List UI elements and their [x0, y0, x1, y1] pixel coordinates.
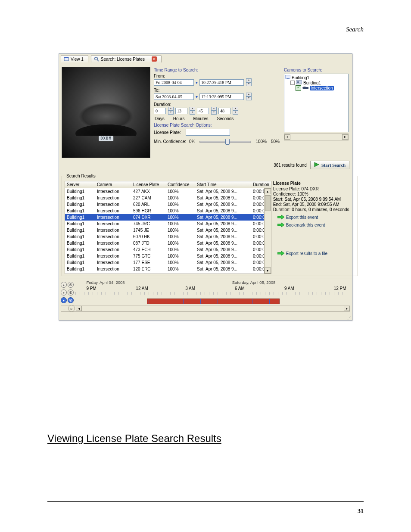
- export-results-link[interactable]: Export results to a file: [277, 251, 355, 256]
- export-event-link[interactable]: Export this event: [277, 215, 355, 220]
- cell-server: Building1: [65, 272, 95, 274]
- seconds-spinner[interactable]: ▴▾: [233, 107, 238, 115]
- timeline-btn-b[interactable]: ⦿: [68, 282, 74, 288]
- details-panel: License Plate License Plate: 074 DXR Con…: [273, 181, 355, 274]
- svg-marker-12: [277, 215, 284, 219]
- cell-plate: 227 CAM: [131, 195, 166, 201]
- table-row[interactable]: Building1Intersection6070 HK100%Sat, Apr…: [65, 233, 271, 240]
- minutes-spinner[interactable]: ▴▾: [211, 107, 217, 115]
- details-dur: Duration: 0 hours, 0 minutes, 0 seconds: [273, 207, 355, 212]
- start-search-button[interactable]: Start Search: [310, 161, 349, 169]
- table-row[interactable]: Building1Intersection473 ECH100%Sat, Apr…: [65, 246, 271, 253]
- hours-input[interactable]: 13: [175, 108, 187, 114]
- cell-start: Sat, Apr 05, 2008 9...: [195, 253, 251, 259]
- table-row[interactable]: Building1Intersection074 DXR100%Sat, Apr…: [65, 214, 271, 221]
- camera-tree-hscroll[interactable]: ◂ ▸: [284, 134, 349, 140]
- timeline-btn-f[interactable]: ⦿: [68, 297, 74, 303]
- table-row[interactable]: Building1Intersection745 JRC100%Sat, Apr…: [65, 221, 271, 227]
- cell-start: Sat, Apr 05, 2008 9...: [195, 195, 251, 201]
- minconf-slider[interactable]: [199, 138, 251, 144]
- svg-rect-10: [306, 87, 308, 89]
- tree-root[interactable]: Building1: [285, 75, 347, 80]
- tl-h1: 9 PM: [87, 286, 97, 291]
- col-server[interactable]: Server: [65, 181, 95, 188]
- table-row[interactable]: Building1Intersection087 JTD100%Sat, Apr…: [65, 240, 271, 246]
- to-time-spinner[interactable]: ▴▾: [246, 93, 252, 100]
- minutes-input[interactable]: 45: [197, 108, 209, 114]
- table-row[interactable]: Building1Intersection227 CAM100%Sat, Apr…: [65, 195, 271, 201]
- tree-site-label: Building1: [303, 81, 321, 85]
- to-date-input[interactable]: Sat 2008-04-05: [154, 93, 194, 100]
- date-dropdown-icon[interactable]: ▾: [196, 80, 198, 85]
- close-tab-icon[interactable]: ×: [152, 56, 157, 62]
- minconf-right: 100%: [255, 139, 267, 144]
- tab-search-label: Search: License Plates: [101, 57, 145, 62]
- tree-camera[interactable]: ✓ Intersection: [285, 85, 347, 91]
- cell-camera: Intersection: [95, 208, 131, 214]
- table-row[interactable]: Building1Intersection177 ESE100%Sat, Apr…: [65, 259, 271, 266]
- scroll-left-icon[interactable]: ◂: [76, 306, 82, 311]
- page-section-header: Search: [47, 26, 364, 33]
- timeline-btn-e[interactable]: ▸: [61, 297, 67, 303]
- from-time-spinner[interactable]: ▴▾: [246, 78, 252, 86]
- expand-icon[interactable]: –: [290, 81, 295, 85]
- timeline-ticks[interactable]: 9 PM 12 AM 3 AM 6 AM 9 AM 12 PM: [75, 291, 350, 296]
- camera-icon: [302, 86, 308, 91]
- seconds-label: Seconds: [217, 116, 234, 121]
- from-time-input[interactable]: 10:27:39:418 PM: [199, 79, 244, 86]
- scroll-left-icon[interactable]: ◂: [284, 134, 290, 140]
- timeline-btn-c[interactable]: ▸: [61, 289, 67, 296]
- scroll-right-icon[interactable]: ▸: [342, 134, 348, 140]
- cell-conf: 100%: [166, 233, 195, 240]
- table-row[interactable]: Building1IntersectionBGF 169100%Sat, Apr…: [65, 272, 271, 274]
- table-row[interactable]: Building1Intersection620 ARL100%Sat, Apr…: [65, 201, 271, 208]
- minconf-left: 0%: [189, 139, 195, 144]
- rule-bottom: [47, 501, 364, 502]
- table-vscroll[interactable]: ▴ ▾: [264, 188, 271, 274]
- table-row[interactable]: Building1Intersection120 ERC100%Sat, Apr…: [65, 266, 271, 272]
- lp-input[interactable]: [186, 129, 230, 136]
- from-date-input[interactable]: Fri 2008-04-04: [154, 79, 194, 86]
- cell-conf: 100%: [166, 240, 195, 246]
- results-count: 361 results found: [274, 163, 307, 168]
- tab-view1[interactable]: View 1: [61, 55, 88, 62]
- table-row[interactable]: Building1Intersection596 HGR100%Sat, Apr…: [65, 208, 271, 214]
- tree-site[interactable]: – Building1: [285, 80, 347, 85]
- svg-line-3: [97, 60, 99, 62]
- tab-search[interactable]: Search: License Plates ×: [91, 55, 162, 62]
- timeline-hscroll[interactable]: – ⌕ ◂ ▸: [61, 305, 350, 312]
- checkbox-checked-icon[interactable]: ✓: [296, 85, 301, 91]
- cell-plate: 473 ECH: [131, 246, 166, 253]
- timeline-btn-d[interactable]: ⦿: [68, 289, 74, 296]
- col-conf[interactable]: Confidence: [166, 181, 195, 188]
- zoom-icon[interactable]: ⌕: [68, 305, 75, 312]
- col-camera[interactable]: Camera: [95, 181, 131, 188]
- to-time-input[interactable]: 12:13:28:095 PM: [199, 93, 244, 100]
- tab-bar: View 1 Search: License Plates ×: [59, 54, 352, 64]
- timeline-range-bar[interactable]: [147, 299, 280, 304]
- date-dropdown-icon[interactable]: ▾: [196, 94, 198, 99]
- cell-camera: Intersection: [95, 272, 131, 274]
- scroll-down-icon[interactable]: ▾: [265, 268, 271, 274]
- cell-server: Building1: [65, 188, 95, 195]
- scroll-right-icon[interactable]: ▸: [344, 306, 350, 311]
- table-row[interactable]: Building1Intersection1745 JE100%Sat, Apr…: [65, 227, 271, 233]
- cell-plate: 596 HGR: [131, 208, 166, 214]
- col-start[interactable]: Start Time: [195, 181, 251, 188]
- days-input[interactable]: 0: [154, 108, 166, 114]
- table-header[interactable]: Server Camera License Plate Confidence S…: [65, 181, 271, 188]
- table-row[interactable]: Building1Intersection427 AKX100%Sat, Apr…: [65, 188, 271, 195]
- hours-spinner[interactable]: ▴▾: [190, 107, 195, 115]
- resize-grip[interactable]: ⋰: [59, 315, 352, 320]
- page-heading: Viewing License Plate Search Results: [47, 432, 364, 445]
- col-dur[interactable]: Duration: [251, 181, 271, 188]
- results-table[interactable]: Server Camera License Plate Confidence S…: [65, 181, 271, 274]
- seconds-input[interactable]: 48: [218, 108, 230, 114]
- col-plate[interactable]: License Plate: [131, 181, 166, 188]
- timeline-btn-a[interactable]: ▸: [61, 282, 67, 288]
- days-spinner[interactable]: ▴▾: [168, 107, 174, 115]
- table-row[interactable]: Building1Intersection775 GTC100%Sat, Apr…: [65, 253, 271, 259]
- camera-tree[interactable]: Building1 – Building1 ✓: [284, 74, 349, 132]
- bookmark-event-link[interactable]: Bookmark this event: [277, 222, 355, 227]
- scroll-up-icon[interactable]: ▴: [265, 188, 271, 194]
